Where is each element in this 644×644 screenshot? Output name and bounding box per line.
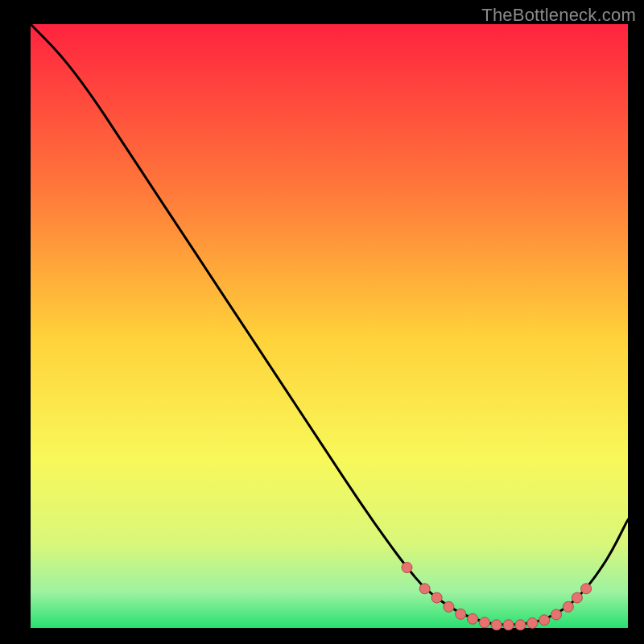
marker-point (563, 601, 573, 612)
marker-point (456, 609, 466, 619)
marker-point (402, 563, 412, 573)
marker-point (515, 620, 526, 630)
marker-point (479, 617, 489, 628)
marker-point (581, 584, 592, 594)
plot-background (31, 24, 628, 628)
marker-point (572, 592, 582, 603)
bottleneck-chart (0, 0, 644, 644)
marker-point (527, 618, 538, 629)
attribution-text: TheBottleneck.com (481, 5, 636, 26)
marker-point (444, 601, 454, 612)
marker-point (551, 609, 562, 620)
marker-point (431, 592, 442, 603)
marker-point (468, 613, 478, 624)
marker-point (419, 584, 430, 594)
marker-point (503, 620, 514, 630)
marker-point (539, 615, 550, 625)
chart-container: TheBottleneck.com (0, 0, 644, 644)
marker-point (491, 620, 502, 630)
